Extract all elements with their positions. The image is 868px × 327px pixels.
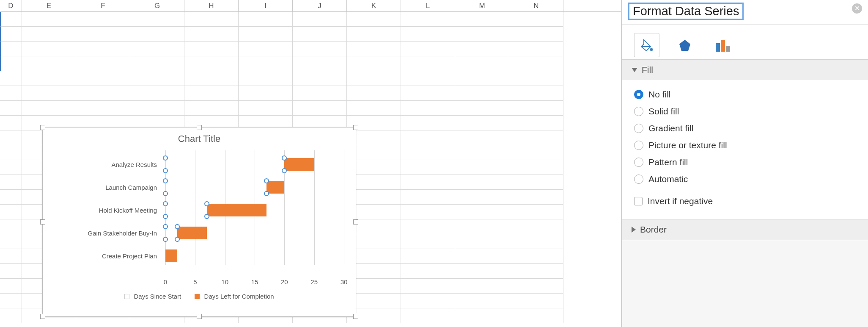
chart-object[interactable]: Chart Title Analyze ResultsLaunch Campai… (42, 127, 356, 317)
resize-handle[interactable] (197, 125, 202, 130)
cell[interactable] (401, 71, 455, 86)
cell[interactable] (401, 264, 455, 279)
cell[interactable] (76, 12, 130, 27)
fill-option[interactable]: Automatic (634, 171, 856, 188)
column-header[interactable]: G (130, 0, 184, 11)
cell[interactable] (0, 116, 22, 130)
cell[interactable] (0, 190, 22, 205)
series-selection-marker[interactable] (264, 191, 269, 196)
category-label[interactable]: Gain Stakeholder Buy-In (88, 230, 157, 237)
cell[interactable] (0, 145, 22, 160)
cell[interactable] (509, 101, 563, 116)
x-tick-label[interactable]: 5 (193, 278, 197, 285)
cell[interactable] (22, 12, 76, 27)
chart-legend[interactable]: Days Since Start Days Left for Completio… (43, 288, 356, 305)
column-header[interactable]: I (239, 0, 293, 11)
legend-item[interactable]: Days Since Start (124, 293, 181, 300)
cell[interactable] (76, 86, 130, 101)
cell[interactable] (0, 12, 22, 27)
series-selection-marker[interactable] (282, 155, 287, 161)
cell[interactable] (509, 56, 563, 71)
cell[interactable] (0, 71, 22, 86)
cell[interactable] (401, 294, 455, 308)
cell[interactable] (401, 190, 455, 205)
cell[interactable] (130, 56, 184, 71)
tab-effects[interactable] (672, 33, 698, 58)
series-selection-marker[interactable] (264, 178, 269, 183)
bar-segment-start[interactable] (165, 158, 284, 171)
cell[interactable] (455, 175, 509, 190)
cell[interactable] (239, 71, 293, 86)
cell[interactable] (239, 101, 293, 116)
fill-option[interactable]: Gradient fill (634, 120, 856, 137)
series-selection-marker[interactable] (204, 201, 209, 206)
series-selection-marker[interactable] (163, 214, 168, 219)
bar-segment-duration[interactable] (177, 227, 207, 239)
cell[interactable] (0, 234, 22, 249)
cell[interactable] (455, 116, 509, 130)
series-selection-marker[interactable] (163, 191, 168, 196)
cell[interactable] (0, 294, 22, 308)
cell[interactable] (455, 190, 509, 205)
cell[interactable] (401, 145, 455, 160)
cell[interactable] (509, 308, 563, 323)
series-selection-marker[interactable] (175, 224, 180, 229)
cell[interactable] (401, 219, 455, 234)
resize-handle[interactable] (353, 219, 358, 224)
series-selection-marker[interactable] (163, 224, 168, 229)
cell[interactable] (509, 175, 563, 190)
cell[interactable] (509, 71, 563, 86)
plot-area[interactable]: Analyze ResultsLaunch CampaignHold Kicko… (43, 150, 343, 273)
cell[interactable] (293, 42, 347, 56)
cell[interactable] (401, 130, 455, 145)
cell[interactable] (509, 116, 563, 130)
fill-option[interactable]: No fill (634, 86, 856, 103)
cell[interactable] (509, 219, 563, 234)
bar-segment-start[interactable] (165, 204, 207, 216)
cell[interactable] (509, 279, 563, 294)
cell[interactable] (347, 71, 401, 86)
series-selection-marker[interactable] (282, 168, 287, 173)
cell[interactable] (455, 27, 509, 42)
cell[interactable] (455, 234, 509, 249)
cell[interactable] (0, 27, 22, 42)
bar-segment-duration[interactable] (284, 158, 314, 171)
x-tick-label[interactable]: 25 (310, 278, 318, 285)
cell[interactable] (76, 56, 130, 71)
cell[interactable] (509, 294, 563, 308)
cell[interactable] (509, 27, 563, 42)
cell[interactable] (293, 71, 347, 86)
cell[interactable] (455, 249, 509, 264)
cell[interactable] (184, 42, 239, 56)
cell[interactable] (509, 190, 563, 205)
cell[interactable] (239, 56, 293, 71)
close-icon[interactable]: ✕ (852, 3, 862, 14)
cell[interactable] (455, 101, 509, 116)
cell[interactable] (0, 264, 22, 279)
cell[interactable] (455, 279, 509, 294)
resize-handle[interactable] (40, 125, 45, 130)
cell[interactable] (130, 12, 184, 27)
bar-segment-duration[interactable] (207, 204, 266, 216)
cell[interactable] (22, 101, 76, 116)
cell[interactable] (347, 27, 401, 42)
cell[interactable] (130, 101, 184, 116)
cell[interactable] (509, 86, 563, 101)
cell[interactable] (401, 101, 455, 116)
cell[interactable] (130, 27, 184, 42)
cell[interactable] (22, 27, 76, 42)
bar-segment-duration[interactable] (266, 181, 284, 194)
resize-handle[interactable] (197, 314, 202, 319)
tab-series-options[interactable] (710, 33, 736, 58)
cell[interactable] (455, 308, 509, 323)
cell[interactable] (455, 145, 509, 160)
cell[interactable] (184, 12, 239, 27)
series-selection-marker[interactable] (163, 201, 168, 206)
legend-item[interactable]: Days Left for Completion (195, 293, 274, 300)
tab-fill-line[interactable] (634, 33, 659, 58)
cell[interactable] (293, 86, 347, 101)
cell[interactable] (455, 42, 509, 56)
column-header[interactable]: N (509, 0, 563, 11)
cell[interactable] (0, 56, 22, 71)
series-selection-marker[interactable] (175, 237, 180, 242)
